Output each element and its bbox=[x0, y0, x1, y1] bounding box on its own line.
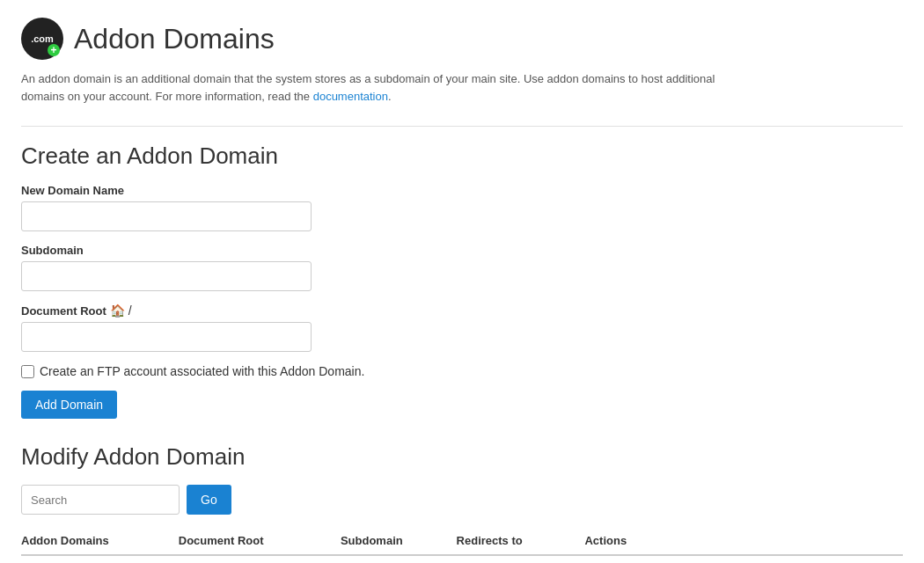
cell-redirects-to: not redirected bbox=[457, 555, 585, 563]
ftp-checkbox[interactable] bbox=[21, 365, 34, 378]
new-domain-label: New Domain Name bbox=[21, 184, 903, 197]
new-domain-group: New Domain Name bbox=[21, 184, 903, 231]
go-button[interactable]: Go bbox=[187, 485, 231, 515]
col-actions: Actions bbox=[584, 527, 693, 555]
home-icon: 🏠 bbox=[110, 303, 125, 318]
create-section: Create an Addon Domain New Domain Name S… bbox=[21, 143, 903, 419]
cell-subdomain: lwpmu bbox=[341, 555, 457, 563]
search-row: Go bbox=[21, 485, 903, 515]
page-title: Addon Domains bbox=[74, 23, 275, 55]
app-logo: .com + bbox=[21, 18, 63, 60]
cell-doc-root: 🏠 /public_html ✏ bbox=[179, 555, 341, 563]
subdomain-group: Subdomain bbox=[21, 244, 903, 291]
divider-1 bbox=[21, 126, 903, 127]
modify-heading: Modify Addon Domain bbox=[21, 443, 903, 471]
subdomain-label: Subdomain bbox=[21, 244, 903, 257]
new-domain-input[interactable] bbox=[21, 201, 312, 231]
ftp-checkbox-row: Create an FTP account associated with th… bbox=[21, 364, 903, 378]
doc-root-slash: / bbox=[128, 303, 132, 318]
cell-action-manage: 🔧 Manage Redirection bbox=[693, 555, 903, 563]
doc-root-label-row: Document Root 🏠 / bbox=[21, 303, 903, 318]
cell-addon-domain: lwpmu.cloud bbox=[21, 555, 179, 563]
col-subdomain: Subdomain bbox=[341, 527, 457, 555]
addon-domains-table: Addon Domains Document Root Subdomain Re… bbox=[21, 527, 903, 563]
create-heading: Create an Addon Domain bbox=[21, 143, 903, 170]
logo-text: .com bbox=[31, 34, 54, 44]
documentation-link[interactable]: documentation bbox=[313, 90, 388, 103]
table-header-row: Addon Domains Document Root Subdomain Re… bbox=[21, 527, 903, 555]
description-text-after: . bbox=[388, 90, 392, 103]
col-addon-domains: Addon Domains bbox=[21, 527, 179, 555]
plus-badge: + bbox=[48, 44, 60, 56]
add-domain-button[interactable]: Add Domain bbox=[21, 391, 117, 419]
doc-root-input[interactable] bbox=[21, 322, 312, 352]
cell-action-remove: 🗑 Remove bbox=[584, 555, 693, 563]
doc-root-label: Document Root bbox=[21, 304, 106, 318]
col-actions-extra bbox=[693, 527, 903, 555]
modify-section: Modify Addon Domain Go Addon Domains Doc… bbox=[21, 443, 903, 563]
ftp-checkbox-label[interactable]: Create an FTP account associated with th… bbox=[40, 364, 364, 378]
col-doc-root: Document Root bbox=[179, 527, 341, 555]
doc-root-group: Document Root 🏠 / bbox=[21, 303, 903, 352]
table-body: lwpmu.cloud 🏠 /public_html ✏ lwpmu not r… bbox=[21, 555, 903, 563]
col-redirects-to: Redirects to bbox=[457, 527, 585, 555]
page-description: An addon domain is an additional domain … bbox=[21, 70, 743, 105]
table-row: lwpmu.cloud 🏠 /public_html ✏ lwpmu not r… bbox=[21, 555, 903, 563]
page-header: .com + Addon Domains bbox=[21, 18, 903, 60]
table-header: Addon Domains Document Root Subdomain Re… bbox=[21, 527, 903, 555]
search-input[interactable] bbox=[21, 485, 180, 515]
subdomain-input[interactable] bbox=[21, 261, 312, 291]
